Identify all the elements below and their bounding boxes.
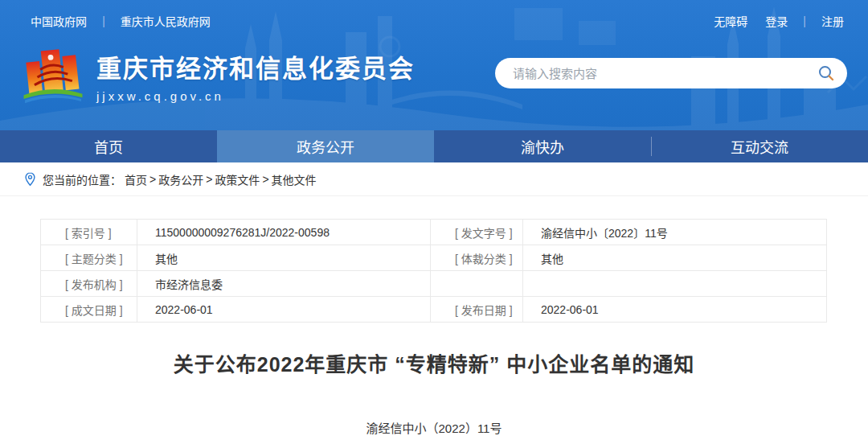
link-cq-gov[interactable]: 重庆市人民政府网: [121, 15, 211, 28]
site-title: 重庆市经济和信息化委员会: [96, 48, 415, 84]
accessibility-link[interactable]: 无障碍: [714, 15, 747, 28]
meta-value-written-date: 2022-06-01: [137, 297, 431, 323]
breadcrumb-prefix: 您当前的位置：: [43, 171, 121, 187]
doc-meta-section: [ 索引号 ] 11500000009276281J/2022-00598 [ …: [40, 219, 826, 323]
meta-value-publish-date: 2022-06-01: [523, 297, 827, 323]
breadcrumb-home[interactable]: 首页: [125, 171, 147, 187]
agency-emblem-icon: [23, 43, 84, 108]
gov-links: 中国政府网 ｜ 重庆市人民政府网: [31, 13, 211, 29]
breadcrumb-gov-info[interactable]: 政务公开: [158, 171, 203, 187]
meta-value-empty: [523, 271, 827, 297]
location-pin-icon: [24, 172, 36, 187]
breadcrumb-other-files[interactable]: 其他文件: [272, 171, 317, 187]
meta-value-issuer: 市经济信息委: [137, 271, 431, 297]
search-bar: [495, 58, 847, 88]
tab-yukuaiban[interactable]: 渝快办: [434, 130, 651, 162]
table-row: [ 成文日期 ] 2022-06-01 [ 发布日期 ] 2022-06-01: [41, 297, 827, 323]
table-row: [ 主题分类 ] 其他 [ 体裁分类 ] 其他: [41, 245, 827, 271]
register-link[interactable]: 注册: [821, 15, 844, 28]
doc-meta-table: [ 索引号 ] 11500000009276281J/2022-00598 [ …: [40, 219, 827, 323]
login-link[interactable]: 登录: [765, 15, 788, 28]
breadcrumb-separator: >: [149, 173, 156, 186]
meta-label-doc-symbol: [ 发文字号 ]: [431, 220, 523, 245]
meta-value-doc-symbol: 渝经信中小〔2022〕11号: [523, 220, 827, 245]
meta-value-index: 11500000009276281J/2022-00598: [137, 220, 431, 245]
tab-gov-info[interactable]: 政务公开: [217, 130, 434, 162]
table-row: [ 发布机构 ] 市经济信息委: [41, 271, 827, 297]
account-links: 无障碍 登录 ｜ 注册: [714, 13, 844, 29]
tab-interaction[interactable]: 互动交流: [651, 130, 868, 162]
meta-label-empty: [431, 271, 523, 297]
breadcrumb-policy-files[interactable]: 政策文件: [215, 171, 260, 187]
meta-label-genre: [ 体裁分类 ]: [431, 245, 523, 271]
site-header: 中国政府网 ｜ 重庆市人民政府网 无障碍 登录 ｜ 注册: [0, 0, 868, 130]
tab-home[interactable]: 首页: [0, 130, 217, 162]
meta-label-publish-date: [ 发布日期 ]: [431, 297, 523, 323]
table-row: [ 索引号 ] 11500000009276281J/2022-00598 [ …: [41, 220, 827, 245]
breadcrumb: 您当前的位置： 首页 > 政务公开 > 政策文件 > 其他文件: [0, 162, 868, 196]
link-china-gov[interactable]: 中国政府网: [31, 15, 87, 28]
separator: ｜: [98, 15, 109, 28]
meta-value-genre: 其他: [523, 245, 827, 271]
meta-label-subject: [ 主题分类 ]: [41, 245, 137, 271]
article-title: 关于公布2022年重庆市 “专精特新” 中小企业名单的通知: [0, 348, 868, 377]
site-brand[interactable]: 重庆市经济和信息化委员会 jjxxw.cq.gov.cn: [23, 43, 415, 108]
meta-label-index: [ 索引号 ]: [41, 220, 137, 245]
meta-value-subject: 其他: [137, 245, 431, 271]
meta-label-issuer: [ 发布机构 ]: [41, 271, 137, 297]
breadcrumb-separator: >: [262, 173, 268, 186]
site-url: jjxxw.cq.gov.cn: [96, 89, 415, 103]
breadcrumb-separator: >: [206, 173, 212, 186]
search-input[interactable]: [513, 67, 817, 80]
meta-label-written-date: [ 成文日期 ]: [41, 297, 137, 323]
utility-bar: 中国政府网 ｜ 重庆市人民政府网 无障碍 登录 ｜ 注册: [31, 13, 844, 29]
search-icon[interactable]: [817, 64, 836, 83]
separator: ｜: [799, 15, 810, 28]
article-doc-number: 渝经信中小（2022）11号: [0, 419, 868, 436]
main-nav: 首页 政务公开 渝快办 互动交流: [0, 130, 868, 162]
